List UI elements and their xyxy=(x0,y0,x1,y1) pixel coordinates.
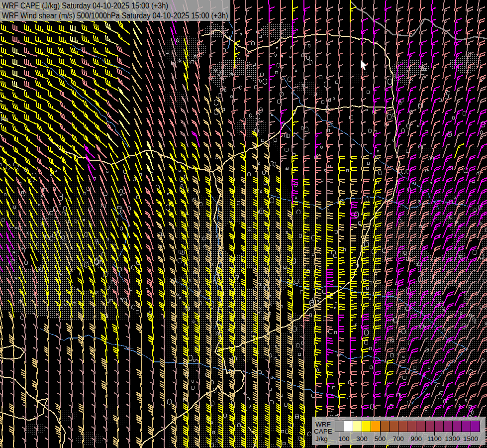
svg-text:900: 900 xyxy=(411,435,422,443)
svg-text:300: 300 xyxy=(356,435,368,443)
svg-text:500: 500 xyxy=(375,435,386,443)
svg-text:1500: 1500 xyxy=(463,435,478,443)
svg-text:1300: 1300 xyxy=(445,435,460,443)
svg-text:WRF Wind shear (m/s) 500/1000h: WRF Wind shear (m/s) 500/1000hPa Saturda… xyxy=(2,11,228,20)
svg-text:700: 700 xyxy=(392,435,404,443)
svg-text:1100: 1100 xyxy=(427,435,442,443)
svg-text:J/kg: J/kg xyxy=(315,435,328,443)
svg-text:WRF: WRF xyxy=(315,421,331,428)
svg-text:WRF CAPE (J/kg) Saturday 04-10: WRF CAPE (J/kg) Saturday 04-10-2025 15:0… xyxy=(2,1,168,10)
svg-text:CAPE: CAPE xyxy=(314,428,332,435)
svg-text:Ra: Ra xyxy=(1,116,8,122)
svg-text:100: 100 xyxy=(338,435,350,443)
